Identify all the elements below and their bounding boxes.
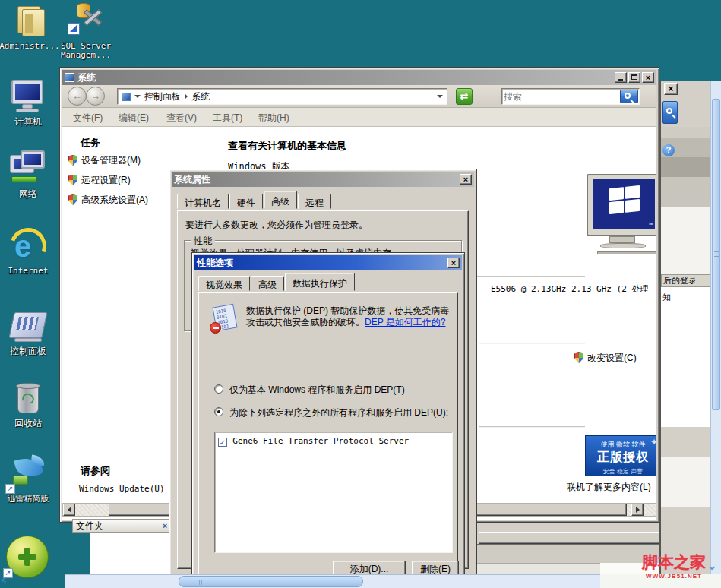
performance-options-titlebar: 性能选项 × bbox=[194, 255, 462, 270]
close-button[interactable]: × bbox=[460, 174, 472, 185]
uac-shield-icon bbox=[574, 352, 583, 363]
panel-band bbox=[661, 207, 712, 274]
search-button[interactable] bbox=[620, 90, 638, 103]
help-icon[interactable]: ? bbox=[662, 144, 675, 156]
forward-button[interactable]: → bbox=[86, 87, 105, 106]
close-button[interactable]: × bbox=[664, 83, 678, 95]
window-title: 系统 bbox=[77, 71, 96, 84]
tab-visual-effects[interactable]: 视觉效果 bbox=[198, 276, 250, 291]
breadcrumb-item-control-panel[interactable]: 控制面板 bbox=[144, 90, 181, 103]
monitor-base bbox=[600, 243, 646, 248]
bottom-horizontal-scrollbar[interactable] bbox=[65, 574, 600, 588]
radio-dep-all[interactable] bbox=[214, 407, 223, 416]
desktop-icon-network[interactable]: 网络 bbox=[0, 150, 61, 198]
monitor-frame: ™ bbox=[587, 174, 656, 236]
close-button[interactable]: × bbox=[642, 72, 654, 83]
badge-line2: 正版授权 bbox=[586, 450, 656, 466]
watermark: 脚本之家 WWW.JB51.NET bbox=[642, 552, 706, 580]
left-arrow-icon bbox=[68, 507, 71, 513]
scroll-right-button[interactable] bbox=[631, 504, 644, 516]
menu-view[interactable]: 查看(V) bbox=[166, 112, 197, 125]
search-box[interactable] bbox=[501, 88, 640, 105]
menu-bar: 文件(F) 编辑(E) 查看(V) 工具(T) 帮助(H) bbox=[62, 108, 656, 127]
menu-file[interactable]: 文件(F) bbox=[73, 112, 103, 125]
breadcrumb-item-system[interactable]: 系统 bbox=[191, 90, 210, 103]
panel-band bbox=[466, 563, 602, 575]
background-window-fragment: × ? 后的登录 知 bbox=[659, 81, 710, 575]
tab-advanced[interactable]: 高级 bbox=[251, 276, 284, 291]
task-device-manager[interactable]: 设备管理器(M) bbox=[68, 154, 141, 167]
search-button[interactable] bbox=[662, 101, 678, 124]
menu-help[interactable]: 帮助(H) bbox=[258, 112, 289, 125]
scrollbar-thumb[interactable] bbox=[712, 99, 720, 410]
close-button[interactable]: × bbox=[447, 258, 460, 268]
radio-dep-all-label[interactable]: 为除下列选定程序之外的所有程序和服务启用 DEP(U): bbox=[229, 406, 448, 419]
desktop-icon-control-panel[interactable]: 控制面板 bbox=[0, 308, 61, 356]
desktop-icon-thunder[interactable]: ↗ 迅雷精简版 bbox=[0, 456, 61, 504]
desktop-icon-label: 网络 bbox=[0, 189, 61, 198]
monitor-shadow bbox=[597, 251, 656, 254]
minimize-button[interactable] bbox=[615, 72, 627, 83]
breadcrumb-separator-icon bbox=[185, 93, 188, 100]
badge-line3: 安全 稳定 声誉 bbox=[586, 467, 656, 476]
dep-program-list[interactable]: ✓ Gene6 File Transfer Protocol Server bbox=[214, 432, 453, 553]
scrollbar-grip-icon bbox=[199, 580, 200, 585]
network-icon bbox=[8, 150, 48, 187]
desktop-icon-recycle-bin[interactable]: 回收站 bbox=[0, 380, 61, 428]
history-dropdown-icon[interactable] bbox=[437, 95, 443, 98]
shortcut-arrow-icon: ↗ bbox=[5, 484, 15, 494]
desktop-icon-label: SQL ServerManagem... bbox=[53, 42, 119, 60]
panel-band bbox=[661, 127, 712, 138]
page-heading: 查看有关计算机的基本信息 bbox=[228, 139, 346, 153]
back-button[interactable]: ← bbox=[68, 87, 87, 106]
dep-help-link[interactable]: DEP 是如何工作的? bbox=[365, 317, 445, 327]
tab-dep[interactable]: 数据执行保护 bbox=[285, 273, 355, 291]
tab-remote[interactable]: 远程 bbox=[298, 194, 331, 209]
radio-dep-basic[interactable] bbox=[214, 384, 223, 394]
task-remote-settings[interactable]: 远程设置(R) bbox=[68, 174, 131, 187]
thunder-bird-icon: ↗ bbox=[8, 456, 48, 492]
tab-advanced[interactable]: 高级 bbox=[264, 191, 297, 209]
search-input[interactable] bbox=[504, 90, 618, 103]
task-advanced-settings[interactable]: 高级系统设置(A) bbox=[68, 194, 148, 207]
sql-server-icon bbox=[66, 3, 106, 40]
folders-band-label: 文件夹 bbox=[76, 520, 103, 533]
menu-edit[interactable]: 编辑(E) bbox=[119, 112, 149, 125]
desktop-icon-computer[interactable]: 计算机 bbox=[0, 78, 61, 126]
desktop-icon-internet[interactable]: e Internet bbox=[0, 228, 61, 276]
vertical-scrollbar[interactable] bbox=[710, 81, 721, 575]
radio-dep-basic-label[interactable]: 仅为基本 Windows 程序和服务启用 DEP(T) bbox=[229, 384, 405, 397]
menu-tools[interactable]: 工具(T) bbox=[213, 112, 242, 125]
list-item[interactable]: ✓ Gene6 File Transfer Protocol Server bbox=[218, 435, 409, 447]
scrollbar-thumb[interactable] bbox=[179, 576, 363, 587]
left-chevron-icon[interactable]: < bbox=[1, 574, 7, 586]
processor-info: E5506 @ 2.13GHz 2.13 GHz (2 处理 bbox=[491, 283, 648, 295]
scroll-left-button[interactable] bbox=[63, 504, 75, 516]
control-panel-icon bbox=[8, 308, 48, 344]
collapse-icon[interactable]: × bbox=[163, 522, 167, 530]
breadcrumb[interactable]: 控制面板 系统 bbox=[117, 88, 447, 105]
tab-hardware[interactable]: 硬件 bbox=[229, 194, 263, 209]
maximize-button[interactable] bbox=[628, 72, 640, 83]
tab-computer-name[interactable]: 计算机名 bbox=[177, 194, 229, 209]
tasks-header: 任务 bbox=[81, 136, 100, 150]
maximize-icon bbox=[631, 74, 637, 80]
checkbox-checked-icon[interactable]: ✓ bbox=[218, 438, 227, 447]
separator bbox=[479, 426, 585, 427]
refresh-button[interactable]: ⇄ bbox=[456, 88, 473, 105]
desktop-icon-green-ball[interactable]: ↗ bbox=[6, 536, 50, 580]
minimize-icon bbox=[618, 79, 623, 81]
list-item-label: Gene6 File Transfer Protocol Server bbox=[232, 436, 409, 446]
tab-strip: 计算机名 硬件 高级 远程 bbox=[177, 193, 469, 211]
scrollbar-grip-icon bbox=[714, 251, 719, 252]
change-settings-link[interactable]: 改变设置(C) bbox=[574, 352, 637, 365]
folders-band[interactable]: 文件夹 × bbox=[72, 519, 171, 533]
folder-pane-fragment bbox=[90, 533, 169, 575]
recycle-bin-icon bbox=[8, 380, 48, 416]
address-bar: ← → 控制面板 系统 ⇄ bbox=[62, 85, 656, 108]
desktop-icon-sql-server[interactable]: SQL ServerManagem... bbox=[53, 3, 119, 60]
sparkle-icon: ✦ bbox=[650, 437, 656, 447]
learn-more-link[interactable]: 联机了解更多内容(L) bbox=[567, 481, 651, 494]
separator bbox=[479, 343, 585, 343]
windows-update-link[interactable]: Windows Update(U) bbox=[79, 484, 165, 494]
